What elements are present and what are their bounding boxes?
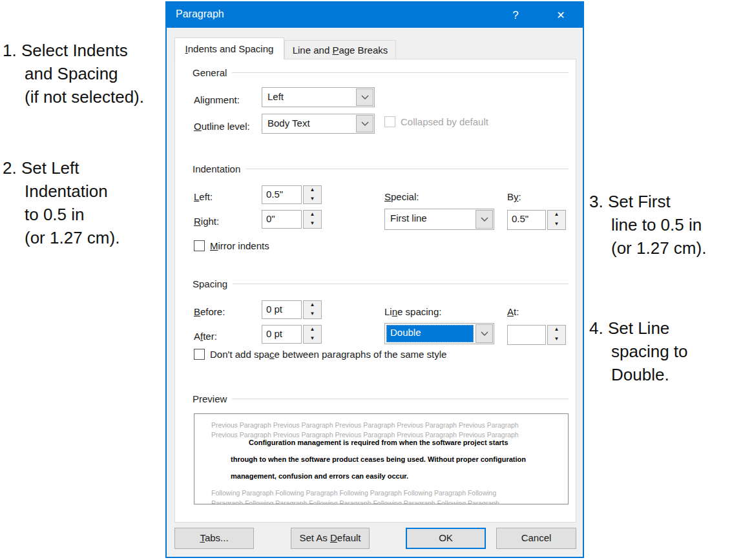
up-arrow-icon[interactable]: ▲ (304, 301, 321, 310)
spacing-group-label: Spacing (193, 278, 233, 289)
annotation-step-2: 2. Set Left Indentation to 0.5 in (or 1.… (3, 156, 171, 249)
mirror-indents-label: Mirror indents (205, 240, 269, 251)
spacing-after-label: After: (194, 331, 217, 342)
ok-button[interactable]: OK (406, 528, 486, 549)
down-arrow-icon[interactable]: ▼ (304, 220, 321, 229)
line-spacing-label: Line spacing: (384, 306, 441, 317)
indent-right-value[interactable]: 0" (262, 210, 302, 229)
line-spacing-dropdown[interactable]: Double (384, 323, 494, 344)
special-dropdown[interactable]: First line (384, 209, 494, 230)
spinner-buttons[interactable]: ▲ ▼ (303, 210, 322, 229)
chevron-down-icon[interactable] (356, 88, 373, 106)
at-spinner[interactable]: ▲ ▼ (507, 325, 566, 345)
spinner-buttons[interactable]: ▲ ▼ (547, 325, 566, 345)
close-icon[interactable]: ✕ (548, 3, 574, 28)
alignment-dropdown[interactable]: Left (262, 87, 375, 107)
group-divider (233, 284, 569, 284)
by-value[interactable]: 0.5" (507, 210, 546, 230)
spacing-after-spinner[interactable]: 0 pt ▲ ▼ (262, 325, 322, 344)
by-spinner[interactable]: 0.5" ▲ ▼ (507, 210, 566, 230)
preview-line: management, confusion and errors can eas… (231, 472, 408, 481)
spinner-buttons[interactable]: ▲ ▼ (303, 300, 322, 319)
indent-left-value[interactable]: 0.5" (262, 185, 302, 204)
alignment-label: Alignment: (194, 94, 240, 105)
up-arrow-icon[interactable]: ▲ (548, 211, 565, 220)
down-arrow-icon[interactable]: ▼ (548, 220, 565, 230)
tab-line-and-page-breaks[interactable]: Line and Page Breaks (284, 40, 396, 59)
help-icon[interactable]: ? (503, 3, 528, 28)
general-group-header: General (193, 67, 569, 78)
up-arrow-icon[interactable]: ▲ (304, 211, 321, 220)
set-as-default-button[interactable]: Set As Default (291, 528, 370, 549)
preview-line: Previous Paragraph Previous Paragraph Pr… (211, 420, 519, 430)
preview-line: Following Paragraph Following Paragraph … (211, 488, 496, 497)
tabs-button[interactable]: Tabs... (174, 528, 254, 549)
dialog-title: Paragraph (176, 8, 224, 20)
indentation-group-label: Indentation (193, 163, 246, 174)
up-arrow-icon[interactable]: ▲ (304, 186, 321, 195)
by-label: By: (507, 191, 521, 202)
preview-line: Configuration management is required fro… (249, 438, 508, 447)
preview-group-label: Preview (193, 393, 232, 404)
down-arrow-icon[interactable]: ▼ (548, 335, 565, 345)
collapsed-by-default-label: Collapsed by default (395, 116, 488, 127)
general-group-label: General (193, 67, 232, 78)
annotation-step-1: 1. Select Indents and Spacing (if not se… (3, 39, 171, 109)
outline-level-dropdown[interactable]: Body Text (262, 114, 375, 134)
indent-left-spinner[interactable]: 0.5" ▲ ▼ (262, 185, 322, 204)
preview-line: Paragraph Following Paragraph Following … (211, 499, 499, 504)
spinner-buttons[interactable]: ▲ ▼ (303, 325, 322, 344)
spacing-before-label: Before: (194, 306, 225, 317)
down-arrow-icon[interactable]: ▼ (304, 310, 321, 319)
checkbox-box[interactable] (194, 349, 205, 360)
indent-right-spinner[interactable]: 0" ▲ ▼ (262, 210, 322, 229)
spinner-buttons[interactable]: ▲ ▼ (303, 185, 322, 204)
down-arrow-icon[interactable]: ▼ (304, 335, 321, 344)
chevron-down-icon[interactable] (476, 324, 493, 343)
outline-level-label: Outline level: (194, 121, 250, 132)
line-spacing-value: Double (386, 325, 474, 342)
collapsed-by-default-checkbox: Collapsed by default (384, 116, 488, 127)
title-bar[interactable]: Paragraph ? ✕ (167, 3, 583, 28)
spinner-buttons[interactable]: ▲ ▼ (547, 210, 566, 230)
at-label: At: (507, 306, 519, 317)
indent-left-label: Left: (194, 191, 213, 202)
up-arrow-icon[interactable]: ▲ (548, 326, 565, 335)
checkbox-box[interactable] (194, 240, 205, 251)
mirror-indents-checkbox[interactable]: Mirror indents (194, 240, 269, 251)
group-divider (246, 169, 569, 169)
outline-level-value: Body Text (264, 116, 354, 132)
spacing-after-value[interactable]: 0 pt (262, 325, 302, 344)
up-arrow-icon[interactable]: ▲ (304, 326, 321, 335)
group-divider (232, 399, 569, 399)
spacing-before-value[interactable]: 0 pt (262, 300, 302, 319)
annotation-step-3: 3. Set First line to 0.5 in (or 1.27 cm)… (589, 190, 732, 260)
preview-group-header: Preview (193, 393, 569, 404)
preview-line: through to when the software product cea… (231, 455, 526, 464)
chevron-down-icon[interactable] (356, 115, 373, 132)
at-value[interactable] (507, 325, 546, 345)
alignment-value: Left (264, 89, 354, 105)
down-arrow-icon[interactable]: ▼ (304, 195, 321, 204)
indentation-group-header: Indentation (193, 163, 569, 174)
dont-add-space-label: Don't add space between paragraphs of th… (205, 349, 446, 360)
tab-indents-and-spacing[interactable]: Indents and Spacing (174, 37, 284, 59)
screenshot-root: 1. Select Indents and Spacing (if not se… (0, 0, 732, 560)
spacing-before-spinner[interactable]: 0 pt ▲ ▼ (262, 300, 322, 319)
annotation-step-4: 4. Set Line spacing to Double. (589, 316, 732, 386)
group-divider (232, 72, 569, 73)
checkbox-box (384, 116, 395, 127)
dont-add-space-checkbox[interactable]: Don't add space between paragraphs of th… (194, 349, 446, 360)
paragraph-dialog: Paragraph ? ✕ Indents and Spacing Line a… (165, 1, 584, 558)
indent-right-label: Right: (194, 216, 219, 227)
cancel-button[interactable]: Cancel (496, 528, 576, 549)
chevron-down-icon[interactable] (476, 210, 493, 229)
special-label: Special: (384, 191, 419, 202)
preview-pane: Previous Paragraph Previous Paragraph Pr… (194, 413, 569, 504)
spacing-group-header: Spacing (193, 278, 569, 289)
special-value: First line (386, 211, 474, 228)
